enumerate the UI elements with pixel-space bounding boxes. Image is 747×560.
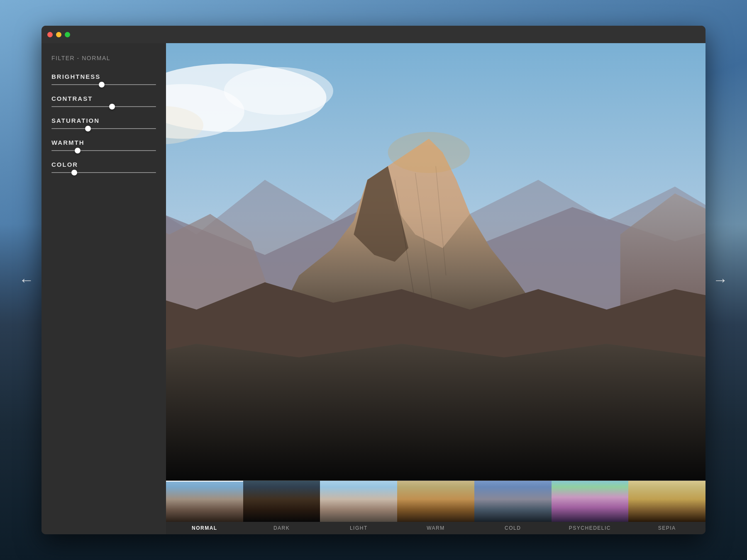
filter-normal-img [166, 481, 243, 522]
contrast-track[interactable] [51, 106, 156, 107]
close-button[interactable] [47, 32, 53, 37]
maximize-button[interactable] [65, 32, 70, 37]
color-label: COLOR [51, 161, 156, 168]
filter-psychedelic-label: PSYCHEDELIC [552, 522, 629, 534]
svg-point-3 [224, 67, 333, 115]
filter-cold-img [474, 481, 552, 522]
filter-sepia[interactable]: SEPIA [628, 481, 706, 534]
contrast-label: CONTRAST [51, 95, 156, 102]
filter-dark-img [243, 481, 320, 522]
main-area: NORMAL DARK LIGHT [166, 43, 706, 534]
brightness-track[interactable] [51, 84, 156, 85]
sidebar: FILTER - NORMAL BRIGHTNESS CONTRAST SATU… [42, 43, 166, 534]
svg-point-22 [388, 132, 470, 173]
filter-warm[interactable]: WARM [397, 481, 474, 534]
color-track[interactable] [51, 172, 156, 173]
filter-light[interactable]: LIGHT [320, 481, 397, 534]
saturation-thumb[interactable] [85, 126, 91, 131]
filter-sepia-label: SEPIA [628, 522, 706, 534]
contrast-control: CONTRAST [51, 95, 156, 109]
brightness-label: BRIGHTNESS [51, 73, 156, 80]
filter-light-label: LIGHT [320, 522, 397, 534]
contrast-thumb[interactable] [109, 104, 115, 110]
filter-psychedelic-img [552, 481, 629, 522]
filter-sepia-img [628, 481, 706, 522]
filter-cold[interactable]: COLD [474, 481, 552, 534]
window-body: FILTER - NORMAL BRIGHTNESS CONTRAST SATU… [42, 43, 706, 534]
warmth-control: WARMTH [51, 139, 156, 153]
filter-dark-label: DARK [243, 522, 320, 534]
warmth-thumb[interactable] [75, 148, 81, 153]
title-bar [42, 26, 706, 43]
brightness-control: BRIGHTNESS [51, 73, 156, 87]
saturation-label: SATURATION [51, 117, 156, 124]
photo-view [166, 43, 706, 480]
warmth-label: WARMTH [51, 139, 156, 146]
warmth-track[interactable] [51, 150, 156, 151]
filter-warm-label: WARM [397, 522, 474, 534]
saturation-track[interactable] [51, 128, 156, 129]
filter-dark[interactable]: DARK [243, 481, 320, 534]
filter-normal[interactable]: NORMAL [166, 481, 243, 534]
minimize-button[interactable] [56, 32, 61, 37]
svg-marker-16 [166, 344, 706, 480]
traffic-lights [47, 32, 70, 37]
filter-label: FILTER - NORMAL [51, 55, 156, 61]
color-control: COLOR [51, 161, 156, 175]
brightness-thumb[interactable] [99, 82, 105, 88]
filter-light-img [320, 481, 397, 522]
saturation-control: SATURATION [51, 117, 156, 131]
filter-psychedelic[interactable]: PSYCHEDELIC [552, 481, 629, 534]
app-window: FILTER - NORMAL BRIGHTNESS CONTRAST SATU… [42, 26, 706, 534]
filter-cold-label: COLD [474, 522, 552, 534]
color-thumb[interactable] [71, 170, 77, 175]
prev-arrow[interactable]: ← [17, 271, 36, 289]
next-arrow[interactable]: → [711, 271, 730, 289]
photo-canvas [166, 43, 706, 480]
filter-strip: NORMAL DARK LIGHT [166, 480, 706, 534]
filter-normal-label: NORMAL [166, 522, 243, 534]
mountain-scene [166, 43, 706, 480]
filter-warm-img [397, 481, 474, 522]
